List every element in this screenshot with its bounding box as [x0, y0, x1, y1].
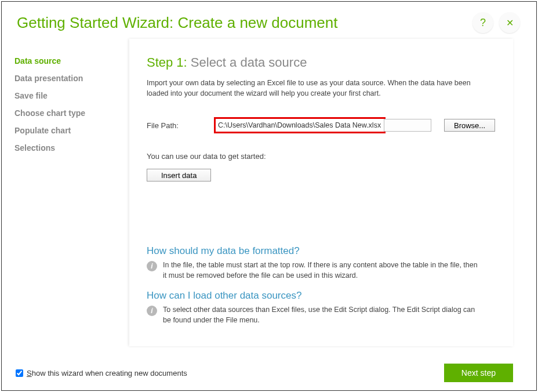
show-wizard-label[interactable]: Show this wizard when creating new docum… — [27, 369, 187, 378]
sidebar-item-populate-chart[interactable]: Populate chart — [14, 126, 129, 135]
file-path-row: File Path: Browse... — [147, 117, 496, 133]
sidebar: Data source Data presentation Save file … — [2, 39, 129, 358]
help-icon: ? — [480, 17, 486, 29]
intro-text: Import your own data by selecting an Exc… — [147, 78, 483, 99]
use-our-data-text: You can use our data to get started: — [147, 152, 496, 161]
step-heading: Step 1: Select a data source — [147, 55, 496, 70]
help-heading-format: How should my data be formatted? — [147, 245, 496, 257]
help-text-format: In the file, the table must start at the… — [163, 260, 482, 281]
help-text-other-sources: To select other data sources than Excel … — [163, 305, 482, 325]
footer: Show this wizard when creating new docum… — [2, 358, 536, 392]
close-button[interactable]: ✕ — [499, 12, 520, 33]
help-button[interactable]: ? — [472, 12, 493, 33]
file-path-input[interactable] — [216, 119, 384, 132]
step-title: Select a data source — [187, 55, 307, 70]
sidebar-item-choose-chart-type[interactable]: Choose chart type — [14, 108, 129, 118]
info-icon: i — [147, 261, 157, 271]
close-icon: ✕ — [506, 17, 514, 28]
file-path-highlight — [214, 117, 386, 133]
file-path-label: File Path: — [147, 121, 214, 130]
next-step-button[interactable]: Next step — [444, 364, 513, 382]
show-wizard-checkbox[interactable] — [16, 369, 23, 377]
content-panel: Step 1: Select a data source Import your… — [129, 39, 513, 346]
help-section-other-sources: How can I load other data sources? i To … — [147, 290, 496, 325]
help-section-format: How should my data be formatted? i In th… — [147, 245, 496, 281]
sidebar-item-save-file[interactable]: Save file — [14, 91, 129, 100]
help-heading-other-sources: How can I load other data sources? — [147, 290, 496, 302]
header: Getting Started Wizard: Create a new doc… — [2, 2, 536, 39]
sidebar-item-data-presentation[interactable]: Data presentation — [14, 74, 129, 83]
sidebar-item-data-source[interactable]: Data source — [14, 56, 129, 66]
info-icon: i — [147, 306, 157, 316]
browse-button[interactable]: Browse... — [444, 119, 495, 132]
sidebar-item-selections[interactable]: Selections — [14, 143, 129, 153]
file-path-input-extension[interactable] — [384, 119, 431, 132]
insert-data-button[interactable]: Insert data — [147, 169, 211, 182]
step-number: Step 1: — [147, 55, 187, 70]
wizard-title: Getting Started Wizard: Create a new doc… — [17, 14, 467, 32]
